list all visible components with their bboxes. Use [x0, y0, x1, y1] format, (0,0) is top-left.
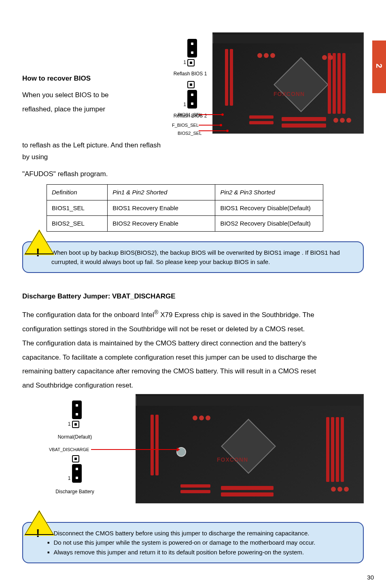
jumper1-label: Reflash BIOS 1 — [174, 70, 207, 78]
jumper2-pin1: 1 — [183, 100, 186, 109]
sec2-p1: The configuration data for the onboard I… — [22, 307, 364, 321]
para-1c: to reflash as the Left picture. And then… — [22, 140, 168, 163]
r2c3: BIOS2 Recovery Disable(Default) — [215, 216, 323, 232]
r1c1: BIOS1_SEL — [47, 200, 108, 216]
leader-fbios: F_BIOS_SEL — [172, 121, 199, 129]
reg-mark: ® — [154, 309, 158, 315]
sec2-p2a: The configuration data is maintained by … — [22, 338, 364, 349]
vbat-normal-label: Normal(Default) — [58, 433, 92, 441]
jumper-diagrams-vbat: 1 Normal(Default) 1 Discharge Battery — [22, 394, 127, 496]
sec2-p1a: The configuration data for the onboard I… — [22, 311, 154, 319]
bios-recovery-section: How to recover BIOS When you select BIOS… — [22, 32, 364, 165]
r2c2: BIOS2 Recovery Enable — [108, 216, 215, 232]
para-1b: reflashed, place the jumper — [22, 104, 168, 115]
th-short12: Pin1 & Pin2 Shorted — [108, 185, 215, 200]
vbat-disch-pin1: 1 — [68, 474, 71, 482]
warning-icon-2: ! — [36, 524, 40, 543]
leader-bios2: BIOS2_SEL — [178, 130, 201, 137]
warning-callout-1: ! When boot up by backup BIOS(BIOS2), th… — [22, 241, 364, 273]
sec2-p2b: capacitance. To facilitate a complete co… — [22, 352, 364, 364]
callout2-l2: Do not use this jumper while the system … — [47, 538, 356, 547]
jumper1-pin1: 1 — [183, 58, 186, 66]
sec2-p2c: remaining battery capacitance after remo… — [22, 366, 364, 377]
section-heading-2: Discharge Battery Jumper: VBAT_DISCHARGE — [22, 291, 364, 303]
leader-vbat: VBAT_DISCHARGE — [49, 446, 89, 454]
para-afudos: "AFUDOS" reflash program. — [22, 168, 364, 180]
warning-icon: ! — [36, 243, 40, 262]
leader-bios1: BIOS1_SEL — [178, 111, 201, 119]
motherboard-image-1: FOXCONN BIOS1_SEL F_BIOS_SEL BIOS2_SEL — [212, 32, 364, 165]
para-1a: When you select BIOS to be — [22, 89, 168, 101]
motherboard-image-2: FOXCONN VBAT_DISCHARGE — [136, 394, 364, 503]
bios-jumper-table: Definition Pin1 & Pin2 Shorted Pin2 & Pi… — [47, 184, 323, 232]
callout2-l1: Disconnect the CMOS battery before using… — [47, 528, 356, 538]
warning-callout-2: ! Disconnect the CMOS battery before usi… — [22, 522, 364, 563]
sec2-p1a-tail: X79 Express chip is saved in the Southbr… — [159, 311, 314, 319]
jumper-diagrams-top: 1 Reflash BIOS 1 1 Reflash BIOS 2 — [168, 32, 212, 165]
chapter-tab: 2 — [372, 40, 386, 93]
vbat-normal-pin1: 1 — [68, 420, 71, 428]
sec2-p2d: and Southbridge configuration reset. — [22, 380, 364, 392]
page-number: 30 — [367, 572, 374, 583]
r1c3: BIOS1 Recovery Disable(Default) — [215, 200, 323, 216]
th-short23: Pin2 & Pin3 Shorted — [215, 185, 323, 200]
sec2-p1b: configuration settings stored in the Sou… — [22, 324, 364, 335]
para-1b-pre: reflashed, place the jumper — [22, 105, 105, 113]
r1c2: BIOS1 Recovery Enable — [108, 200, 215, 216]
callout-1-body: When boot up by backup BIOS(BIOS2), the … — [22, 241, 364, 273]
section-heading-1: How to recover BIOS — [22, 73, 168, 85]
th-definition: Definition — [47, 185, 108, 200]
r2c1: BIOS2_SEL — [47, 216, 108, 232]
vbat-discharge-section: Discharge Battery Jumper: VBAT_DISCHARGE… — [22, 291, 364, 503]
callout2-l3: Always remove this jumper and return it … — [47, 548, 356, 557]
vbat-disch-label: Discharge Battery — [55, 488, 94, 496]
